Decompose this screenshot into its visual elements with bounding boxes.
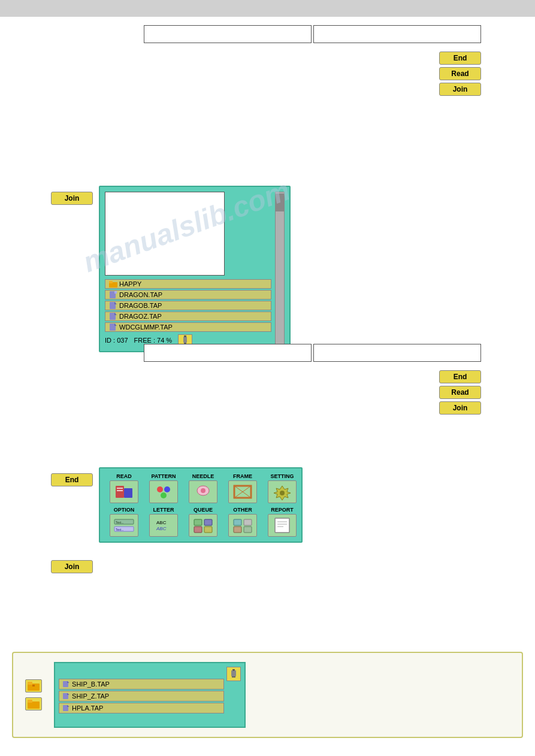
menu-label-needle: NEEDLE [192, 473, 214, 479]
folder-svg-2 [28, 699, 40, 709]
section1-end-button[interactable]: End [439, 52, 481, 65]
menu-item-option[interactable]: OPTION Text... Text... [106, 507, 142, 537]
file-icon-ship-b [63, 681, 70, 687]
menu-item-setting[interactable]: SETTING [264, 473, 300, 503]
svg-point-27 [280, 491, 285, 495]
svg-rect-15 [124, 488, 132, 498]
file-list-1 [105, 192, 225, 276]
svg-rect-16 [117, 488, 123, 489]
file-icon-3 [109, 313, 117, 320]
file-icon-ship-z [63, 693, 70, 699]
svg-rect-17 [117, 490, 123, 491]
svg-rect-47 [28, 682, 32, 685]
bottom-info-box: SHIP_B.TAP SHIP_Z.TAP HPLA.TAP [12, 652, 523, 738]
menu-label-report: REPORT [271, 507, 294, 513]
section1-input1[interactable] [144, 25, 312, 43]
file-icon-4 [109, 323, 117, 331]
report-icon [271, 517, 293, 534]
menu-label-read: READ [116, 473, 132, 479]
section2-join-button[interactable]: Join [51, 192, 93, 205]
svg-rect-41 [244, 527, 252, 533]
menu-label-letter: LETTER [153, 507, 174, 513]
frame-icon [232, 483, 253, 500]
bottom-folder-icon-1[interactable] [25, 679, 42, 693]
menu-item-letter[interactable]: LETTER ABC ABC [146, 507, 182, 537]
svg-rect-4 [114, 291, 117, 294]
section4: End READ PATTERN [51, 467, 303, 543]
svg-text:Text...: Text... [116, 521, 123, 524]
option-icon: Text... Text... [113, 517, 135, 534]
section5: Join [51, 560, 93, 573]
bottom-icons [25, 679, 42, 710]
read-icon [113, 483, 135, 500]
svg-rect-42 [275, 518, 289, 533]
svg-text:ABC: ABC [156, 520, 167, 525]
bottom-folder-icon-2[interactable] [25, 697, 42, 710]
menu-item-queue[interactable]: QUEUE [185, 507, 221, 537]
section3-end-button[interactable]: End [439, 370, 481, 383]
report-icon-box [268, 514, 297, 537]
menu-item-report[interactable]: REPORT [264, 507, 300, 537]
section1-input2[interactable] [313, 25, 481, 43]
menu-label-other: OTHER [233, 507, 252, 513]
section2: Join HAPPY [51, 186, 291, 352]
svg-text:Text...: Text... [116, 528, 123, 531]
menu-item-read[interactable]: READ [106, 473, 142, 503]
needle-icon-box [189, 480, 217, 503]
file-item-dragon[interactable]: DRAGON.TAP [105, 290, 271, 300]
menu-item-other[interactable]: OTHER [225, 507, 261, 537]
section5-join-button[interactable]: Join [51, 560, 93, 573]
other-icon-box [228, 514, 257, 537]
setting-icon [271, 483, 293, 500]
menu-label-setting: SETTING [270, 473, 294, 479]
bottom-file-ship-z[interactable]: SHIP_Z.TAP [59, 691, 224, 701]
bottom-file-ship-b[interactable]: SHIP_B.TAP [59, 679, 224, 690]
pattern-icon [153, 483, 174, 500]
section1-read-button[interactable]: Read [439, 67, 481, 80]
section3: End Read Join [144, 341, 481, 415]
svg-point-18 [157, 486, 163, 492]
scrollbar-1[interactable] [275, 192, 285, 346]
file-item-dragob[interactable]: DRAGOB.TAP [105, 301, 271, 310]
section3-join-button[interactable]: Join [439, 401, 481, 415]
svg-point-20 [161, 492, 167, 498]
letter-icon-box: ABC ABC [149, 514, 178, 537]
svg-rect-37 [204, 527, 212, 533]
svg-rect-48 [32, 685, 35, 687]
svg-text:ABC: ABC [156, 526, 167, 531]
section3-input1[interactable] [144, 344, 312, 362]
bottom-scroll-icon[interactable] [226, 667, 241, 681]
menu-label-frame: FRAME [233, 473, 252, 479]
menu-item-pattern[interactable]: PATTERN [146, 473, 182, 503]
svg-rect-35 [204, 519, 212, 525]
bottom-file-hpla[interactable]: HPLA.TAP [59, 703, 224, 713]
queue-icon [192, 517, 214, 534]
pattern-icon-box [149, 480, 178, 503]
svg-point-22 [201, 488, 205, 493]
section4-end-button[interactable]: End [51, 473, 93, 486]
svg-point-19 [164, 486, 170, 492]
scrollbar-thumb-1 [276, 193, 284, 211]
section3-input2[interactable] [313, 344, 481, 362]
file-icon-2 [109, 302, 117, 309]
file-item-dragoz[interactable]: DRAGOZ.TAP [105, 312, 271, 321]
menu-item-frame[interactable]: FRAME [225, 473, 261, 503]
section1-join-button[interactable]: Join [439, 83, 481, 96]
main-menu: READ PATTERN NEED [99, 467, 303, 543]
file-icon-1 [109, 291, 117, 298]
needle-icon [192, 483, 214, 500]
read-icon-box [110, 480, 138, 503]
svg-rect-38 [234, 519, 241, 525]
svg-rect-1 [109, 281, 113, 283]
svg-rect-58 [232, 676, 235, 678]
menu-item-needle[interactable]: NEEDLE [185, 473, 221, 503]
top-bar [0, 0, 535, 17]
menu-label-option: OPTION [114, 507, 135, 513]
svg-rect-34 [194, 519, 202, 525]
id-label: ID : 037 [105, 337, 128, 344]
section3-read-button[interactable]: Read [439, 386, 481, 399]
file-item-wdcglmmp[interactable]: WDCGLMMP.TAP [105, 322, 271, 332]
file-item-happy[interactable]: HAPPY [105, 279, 271, 289]
setting-icon-box [268, 480, 297, 503]
other-icon [232, 517, 253, 534]
